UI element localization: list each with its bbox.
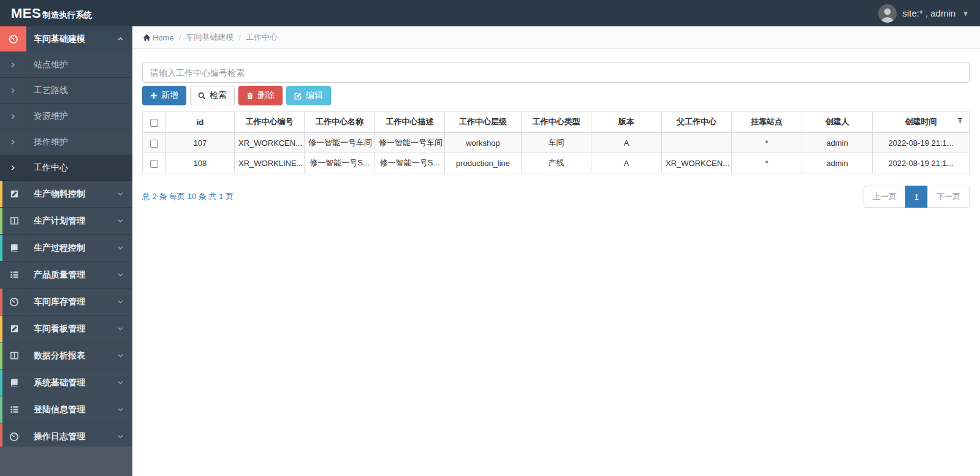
sidebar-item[interactable]: 车间看板管理 (0, 315, 132, 342)
add-button[interactable]: 新增 (142, 86, 186, 105)
sidebar-subitem[interactable]: 站点维护 (0, 52, 132, 78)
sidebar-menu: 车间基础建模 站点维护工艺路线资源维护操作维护工作中心 生产物料控制生产计划管理… (0, 26, 132, 447)
table-header-row: id工作中心编号工作中心名称工作中心描述工作中心层级工作中心类型版本父工作中心挂… (143, 112, 970, 133)
sidebar-subitem[interactable]: 操作维护 (0, 129, 132, 155)
sidebar-item[interactable]: 车间库存管理 (0, 289, 132, 315)
sidebar-group-workshop-modeling[interactable]: 车间基础建模 (0, 26, 132, 52)
chevron-down-icon (117, 289, 132, 315)
brand-subtitle: 制造执行系统 (42, 10, 92, 21)
sidebar-item-label: 车间看板管理 (26, 315, 117, 342)
chevron-right-icon (0, 104, 26, 129)
columns-icon (2, 342, 26, 369)
sidebar-main-items: 生产物料控制生产计划管理生产过程控制产品质量管理车间库存管理车间看板管理数据分析… (0, 181, 132, 447)
breadcrumb-separator: / (179, 33, 181, 42)
column-header: 工作中心描述 (375, 112, 445, 133)
table-row: 108XR_WORKLINE...修一智能一号S...修一智能一号S...pro… (143, 153, 970, 173)
table-cell: 修一智能一号S... (375, 153, 445, 173)
pagination-summary: 总 2 条 每页 10 条 共 1 页 (142, 191, 234, 202)
sidebar-item-label: 车间库存管理 (26, 289, 117, 315)
table-cell: XR_WORKCEN... (662, 153, 732, 173)
sidebar-item[interactable]: 生产物料控制 (0, 181, 132, 208)
table-cell: production_line (445, 153, 522, 173)
column-header: 工作中心类型 (522, 112, 591, 133)
pencil-square-icon (2, 315, 26, 342)
delete-button[interactable]: 删除 (238, 86, 283, 105)
toolbar: 新增 检索 删除 (142, 86, 970, 105)
person-icon (878, 4, 897, 23)
sidebar-item[interactable]: 产品质量管理 (0, 262, 132, 289)
row-checkbox[interactable] (150, 140, 158, 148)
app-logo[interactable]: MES 制造执行系统 (11, 6, 92, 21)
sidebar-subitem[interactable]: 资源维护 (0, 104, 132, 129)
user-label: site:* , admin (902, 8, 955, 18)
caret-down-icon: ▼ (962, 10, 969, 17)
next-page-button[interactable]: 下一页 (927, 186, 970, 208)
trash-icon (246, 92, 254, 100)
table-cell: 修一智能一号车间 (305, 132, 375, 153)
columns-icon (2, 208, 26, 234)
home-icon (143, 34, 151, 42)
chevron-right-icon (0, 129, 26, 154)
chevron-down-icon (117, 315, 132, 342)
sidebar-subitem[interactable]: 工艺路线 (0, 78, 132, 104)
column-header: 创建人 (802, 112, 873, 133)
pin-icon[interactable] (957, 118, 963, 127)
table-cell: admin (802, 132, 873, 153)
table-cell: XR_WORKLINE... (235, 153, 305, 173)
sidebar-item[interactable]: 操作日志管理 (0, 423, 132, 447)
column-header: 挂靠站点 (732, 112, 802, 133)
edit-button[interactable]: 编辑 (286, 86, 331, 105)
sidebar-subitem-label: 工艺路线 (26, 78, 132, 103)
sidebar-subitem[interactable]: 工作中心 (0, 155, 132, 181)
table-cell: * (732, 153, 802, 173)
table-cell (662, 132, 732, 153)
column-header: 版本 (591, 112, 662, 133)
sidebar-item[interactable]: 数据分析报表 (0, 342, 132, 369)
list-icon (2, 262, 26, 288)
select-all-checkbox[interactable] (150, 119, 158, 127)
sidebar-item-label: 生产计划管理 (26, 208, 117, 234)
table-cell: 2022-08-19 21:1... (873, 153, 970, 173)
sidebar-item[interactable]: 登陆信息管理 (0, 396, 132, 423)
table-cell: admin (802, 153, 873, 173)
user-menu[interactable]: site:* , admin ▼ (878, 4, 969, 23)
table-cell: 2022-08-19 21:1... (873, 132, 970, 153)
chevron-down-icon (117, 208, 132, 234)
breadcrumb-item-module[interactable]: 车间基础建模 (186, 32, 234, 43)
workcenter-table: id工作中心编号工作中心名称工作中心描述工作中心层级工作中心类型版本父工作中心挂… (142, 111, 970, 173)
column-header: 创建时间 (873, 112, 970, 133)
table-cell: 修一智能一号车间 (375, 132, 445, 153)
column-header: 工作中心层级 (445, 112, 522, 133)
sidebar-item[interactable]: 系统基础管理 (0, 369, 132, 396)
sidebar-item[interactable]: 生产计划管理 (0, 208, 132, 235)
header-checkbox-cell (143, 112, 166, 133)
sidebar-subitem-label: 资源维护 (26, 104, 132, 129)
sidebar-item-label: 操作日志管理 (26, 423, 117, 447)
column-header: id (166, 112, 235, 133)
search-button[interactable]: 检索 (190, 86, 235, 105)
breadcrumb-home[interactable]: Home (143, 33, 174, 42)
chevron-down-icon (117, 262, 132, 288)
sidebar-item[interactable]: 生产过程控制 (0, 235, 132, 262)
sidebar-subitem-label: 站点维护 (26, 52, 132, 77)
breadcrumb-item-page: 工作中心 (246, 32, 278, 43)
prev-page-button[interactable]: 上一页 (864, 186, 906, 208)
chevron-right-icon (0, 78, 26, 103)
sidebar-item-label: 生产物料控制 (26, 181, 117, 207)
search-input[interactable] (142, 62, 970, 83)
chevron-down-icon (117, 369, 132, 396)
chevron-right-icon (0, 155, 26, 180)
row-checkbox-cell (143, 132, 166, 153)
table-cell: XR_WORKCEN... (235, 132, 305, 153)
dashboard-icon (2, 289, 26, 315)
chevron-down-icon (117, 423, 132, 447)
page-1-button[interactable]: 1 (905, 186, 928, 208)
column-header: 父工作中心 (662, 112, 732, 133)
table-cell: 车间 (522, 132, 591, 153)
breadcrumb: Home / 车间基础建模 / 工作中心 (132, 26, 980, 49)
plus-icon (150, 92, 158, 99)
sidebar: 车间基础建模 站点维护工艺路线资源维护操作维护工作中心 生产物料控制生产计划管理… (0, 26, 132, 476)
pager: 上一页 1 下一页 (864, 186, 970, 208)
avatar[interactable] (878, 4, 897, 23)
row-checkbox[interactable] (150, 160, 158, 168)
